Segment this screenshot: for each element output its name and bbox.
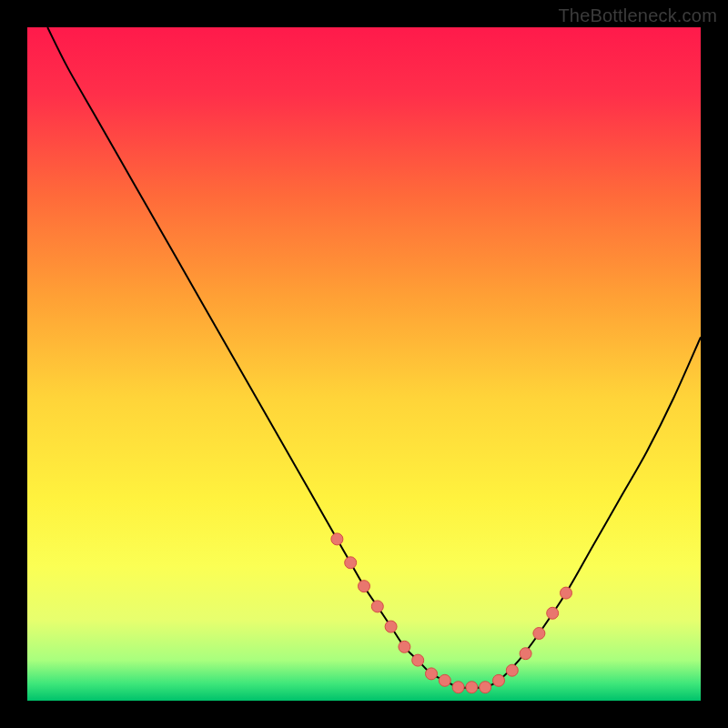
marker-dot bbox=[561, 587, 572, 599]
marker-dot bbox=[385, 621, 397, 632]
watermark-text: TheBottleneck.com bbox=[558, 5, 717, 26]
marker-dot bbox=[426, 668, 438, 680]
marker-dot bbox=[412, 654, 424, 666]
marker-dot bbox=[493, 674, 505, 686]
marker-dot bbox=[345, 557, 357, 569]
chart-stage: TheBottleneck.com bbox=[0, 0, 728, 728]
gradient-background bbox=[27, 27, 701, 701]
marker-dot bbox=[506, 664, 518, 676]
marker-dot bbox=[547, 607, 559, 619]
marker-dot bbox=[466, 682, 478, 693]
marker-dot bbox=[533, 628, 545, 640]
marker-dot bbox=[452, 682, 464, 693]
marker-dot bbox=[331, 533, 343, 545]
marker-dot bbox=[359, 581, 370, 592]
marker-dot bbox=[399, 641, 410, 652]
marker-dot bbox=[439, 674, 450, 686]
plot-area bbox=[27, 27, 701, 701]
marker-dot bbox=[371, 601, 383, 612]
marker-dot bbox=[480, 682, 491, 693]
marker-dot bbox=[520, 648, 531, 660]
plot-svg bbox=[27, 27, 701, 701]
